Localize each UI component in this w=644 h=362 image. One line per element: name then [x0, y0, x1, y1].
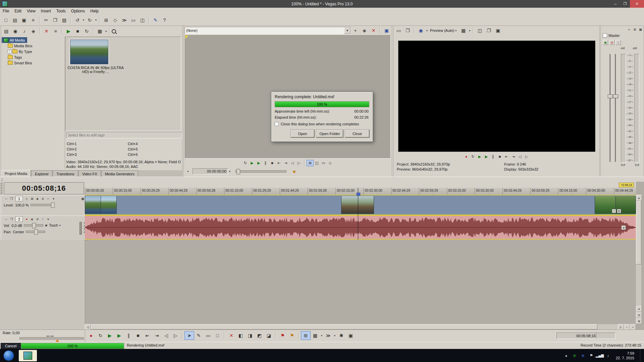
- tab-transitions[interactable]: Transitions: [53, 170, 78, 177]
- new-project-icon[interactable]: □: [1, 16, 10, 24]
- automation-settings-icon[interactable]: ▾: [51, 196, 56, 201]
- video-output-fx-icon[interactable]: ❐: [403, 26, 412, 35]
- menu-tools[interactable]: Tools: [54, 9, 68, 13]
- tree-item-all-media[interactable]: All Media: [2, 37, 27, 43]
- plugin-chain-dropdown[interactable]: (None) ▾: [184, 27, 351, 34]
- insert-region-icon[interactable]: ⚑: [287, 331, 297, 340]
- selection-length-box[interactable]: [596, 333, 615, 339]
- bypass-motion-blur-icon[interactable]: ◇: [24, 196, 29, 201]
- go-to-end-icon[interactable]: ⇥: [282, 160, 289, 166]
- play-icon[interactable]: ▶: [115, 331, 124, 340]
- loop-playback-icon[interactable]: ↻: [470, 154, 476, 160]
- paste-icon[interactable]: ▨: [60, 16, 69, 24]
- network-icon[interactable]: ▂▄▆: [597, 353, 602, 358]
- tree-item-tags[interactable]: Tags: [2, 54, 65, 60]
- trim-end-icon[interactable]: ◨: [246, 331, 255, 340]
- add-bus-icon[interactable]: ⊞: [632, 27, 637, 32]
- meter-options-icon[interactable]: ≡: [627, 27, 632, 32]
- maximize-button[interactable]: ❐: [620, 0, 630, 8]
- track-number[interactable]: 2: [15, 216, 23, 222]
- menu-edit[interactable]: Edit: [12, 9, 24, 13]
- media-properties-icon[interactable]: ≡: [51, 27, 60, 35]
- split-event-icon[interactable]: ✕: [227, 331, 236, 340]
- play-from-start-icon[interactable]: ▶: [477, 154, 483, 160]
- pause-icon[interactable]: ∥: [262, 160, 269, 166]
- previous-frame-icon[interactable]: ◁: [162, 331, 171, 340]
- audio-track[interactable]: ⊞: [85, 215, 636, 240]
- audio-event[interactable]: ⊞: [85, 215, 636, 240]
- mixer-icon[interactable]: ▣: [346, 331, 355, 340]
- rate-marker-icon[interactable]: [56, 339, 59, 342]
- taskbar-vegas-button[interactable]: [19, 350, 37, 361]
- normal-edit-tool-icon[interactable]: ➤: [185, 331, 194, 340]
- menu-options[interactable]: Options: [68, 9, 88, 13]
- external-monitor-icon[interactable]: ▭: [394, 26, 403, 35]
- tray-expand-icon[interactable]: ▴: [564, 353, 569, 358]
- get-media-web-icon[interactable]: ◈: [29, 27, 38, 35]
- lock-envelopes-icon[interactable]: ▭: [129, 16, 138, 24]
- marker-bar[interactable]: +5:08;16: [85, 182, 636, 188]
- save-snapshot-icon[interactable]: ◉: [291, 169, 298, 174]
- trimmer-time-display[interactable]: 00:00:00;00: [193, 168, 228, 175]
- enable-snapping-icon[interactable]: ⊞: [301, 331, 310, 340]
- fade-out-icon[interactable]: ◪: [264, 331, 273, 340]
- antivirus-tray-icon[interactable]: ◉: [572, 353, 577, 358]
- expander-plus-icon[interactable]: +: [8, 50, 11, 53]
- volume-icon[interactable]: ♪: [605, 353, 611, 358]
- taskbar-clock[interactable]: 7:59 22. 7. 2015: [616, 351, 634, 360]
- overlays-grid-icon[interactable]: ▦: [459, 26, 468, 35]
- chevron-down-icon[interactable]: ▾: [425, 26, 429, 35]
- event-fx-icon[interactable]: +: [612, 209, 616, 213]
- whats-this-help-icon[interactable]: ?: [160, 16, 169, 24]
- end-marker-tag[interactable]: +5:08;16: [619, 183, 634, 187]
- rate-slider[interactable]: [19, 337, 84, 340]
- drag-handle[interactable]: [1, 178, 3, 181]
- mute-icon[interactable]: ⊘: [40, 196, 45, 201]
- tab-explorer[interactable]: Explorer: [31, 170, 52, 177]
- track-volume-slider[interactable]: [24, 224, 43, 227]
- arm-record-icon[interactable]: ●: [24, 217, 29, 222]
- go-to-start-icon[interactable]: ⇤: [503, 154, 510, 160]
- save-project-icon[interactable]: ▣: [19, 16, 29, 24]
- scroll-up-icon[interactable]: ▴: [636, 195, 642, 201]
- overwrite-icon[interactable]: ◫: [314, 160, 320, 166]
- track-fx-icon[interactable]: ◈: [30, 217, 35, 222]
- play-icon[interactable]: ▶: [483, 154, 490, 160]
- scrollbar-thumb[interactable]: [636, 201, 641, 264]
- split-screen-view-icon[interactable]: ◫: [475, 26, 484, 35]
- stop-icon[interactable]: ■: [133, 331, 143, 340]
- zoom-out-track-icon[interactable]: ⊟: [636, 312, 642, 318]
- automation-gear-icon[interactable]: ✱: [44, 223, 49, 228]
- update-tray-icon[interactable]: ◉: [580, 353, 586, 358]
- redo-icon[interactable]: ↻: [85, 16, 94, 24]
- tree-item-by-type[interactable]: + By Type: [2, 49, 65, 54]
- remove-media-icon[interactable]: ✕: [42, 27, 51, 35]
- master-fader-right[interactable]: [615, 54, 616, 162]
- fit-to-fill-icon[interactable]: ▭: [320, 160, 327, 166]
- preview-quality-dropdown[interactable]: Preview (Auto) ▾: [429, 27, 459, 34]
- edit-cursor-handle[interactable]: [357, 193, 360, 195]
- auto-ripple-icon[interactable]: ≫: [324, 331, 333, 340]
- minimize-track-icon[interactable]: ─: [4, 217, 9, 222]
- open-folder-button[interactable]: Open Folder: [316, 130, 343, 137]
- ignore-grouping-icon[interactable]: ◫: [138, 16, 147, 24]
- pause-icon[interactable]: ∥: [124, 331, 133, 340]
- transport-time-display[interactable]: 00:05:08;16: [556, 333, 597, 339]
- time-ruler[interactable]: 00:00:00.0000:00:15;0000:00:29;2900:00:4…: [85, 188, 636, 195]
- video-track[interactable]: + ⊞: [85, 195, 636, 215]
- previous-frame-icon[interactable]: ◁: [517, 154, 523, 160]
- add-plugin-icon[interactable]: +: [351, 26, 360, 35]
- video-track-header[interactable]: ─ ❐ 1 ◇ ⊞ ◈ ⊘ ○ ▾ ▦ Level: 100,0 %: [1, 195, 88, 216]
- track-number[interactable]: 1: [15, 196, 23, 201]
- close-button[interactable]: ✕: [630, 0, 644, 8]
- chevron-down-icon[interactable]: ▾: [58, 222, 62, 230]
- zoom-in-track-icon[interactable]: ⊞: [636, 318, 642, 324]
- sync-cursor-icon[interactable]: ▪: [185, 169, 191, 174]
- loop-playback-icon[interactable]: ↻: [96, 331, 105, 340]
- start-preview-icon[interactable]: ▶: [64, 27, 73, 35]
- auto-ripple-icon[interactable]: ≫: [120, 16, 129, 24]
- plugin-chain-icon[interactable]: ◈: [360, 26, 369, 35]
- compositing-mode-icon[interactable]: ▦: [80, 196, 85, 201]
- go-to-end-icon[interactable]: ⇥: [510, 154, 517, 160]
- timeline-vertical-scrollbar[interactable]: ▴ ▾ ⊟ ⊞: [636, 195, 641, 324]
